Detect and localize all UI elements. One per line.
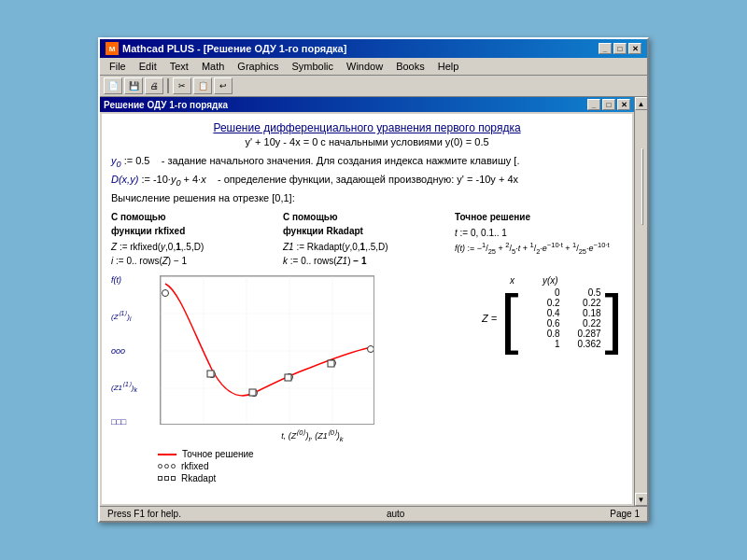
- menu-window[interactable]: Window: [341, 60, 388, 73]
- toolbar: 📄 💾 🖨 ✂ 📋 ↩: [100, 76, 647, 97]
- matrix-cell: 0.18: [564, 308, 601, 318]
- toolbar-btn-6[interactable]: ↩: [214, 77, 233, 94]
- col2-header: С помощьюфункции Rkadapt: [283, 210, 451, 238]
- section-col-1: С помощьюфункции rkfixed Z := rkfixed(y,…: [111, 210, 279, 268]
- main-scroll: Решение ОДУ 1-го порядка _ □ ✕ Решение д…: [100, 97, 634, 506]
- col3-header: Точное решение: [455, 210, 623, 224]
- math-line-1: y0 := 0.5 - задание начального значения.…: [111, 154, 623, 171]
- scroll-up-button[interactable]: ▲: [635, 97, 648, 110]
- y-label-dots: ooo: [111, 346, 156, 356]
- legend-rkfixed: rkfixed: [158, 461, 467, 471]
- toolbar-btn-4[interactable]: ✂: [173, 77, 191, 94]
- close-button[interactable]: ✕: [628, 43, 641, 54]
- matrix-cell: 0.8: [523, 329, 560, 339]
- vertical-scrollbar[interactable]: ▲ ▼: [634, 97, 647, 506]
- scroll-thumb[interactable]: [641, 148, 643, 225]
- menu-file[interactable]: File: [104, 60, 132, 73]
- status-help: Press F1 for help.: [107, 509, 181, 519]
- section-col-3: Точное решение t := 0, 0.1.. 1 f(t) := −…: [455, 210, 623, 268]
- col1-line2: i := 0.. rows(Z) − 1: [111, 254, 279, 268]
- matrix-label: Z =: [482, 313, 497, 324]
- y-label-ft: f(t): [111, 275, 156, 285]
- legend: Точное решение rkfixed: [111, 447, 467, 485]
- right-bracket-icon: ]: [605, 291, 623, 347]
- matrix-cell: 0.22: [564, 298, 601, 308]
- status-bar: Press F1 for help. auto Page 1: [100, 506, 647, 521]
- title-bar: M Mathcad PLUS - [Решение ОДУ 1-го поряд…: [100, 39, 647, 58]
- toolbar-btn-1[interactable]: 📄: [104, 77, 122, 94]
- title-bar-buttons: _ □ ✕: [599, 43, 641, 54]
- matrix-cell: 0.4: [523, 308, 560, 318]
- inner-title-buttons: _ □ ✕: [587, 99, 630, 110]
- scroll-down-button[interactable]: ▼: [635, 493, 648, 506]
- main-window: M Mathcad PLUS - [Решение ОДУ 1-го поряд…: [98, 37, 649, 523]
- doc-subtitle: y' + 10y - 4x = 0 с начальными условиями…: [111, 136, 623, 147]
- main-content-area: f(t) (Z⟨1⟩)i ooo (Z1⟨1⟩)k □□□: [111, 275, 623, 497]
- chart-with-yaxis: f(t) (Z⟨1⟩)i ooo (Z1⟨1⟩)k □□□: [111, 275, 467, 427]
- svg-rect-0: [161, 276, 374, 425]
- col2-line2: k := 0.. rows(Z1) − 1: [283, 254, 451, 268]
- col3-line2: f(t) := −1/25 + 2/5·t + 1/2·e−10·t + 1/2…: [455, 240, 623, 257]
- legend-exact-label: Точное решение: [182, 449, 254, 459]
- matrix-header-y: y(x): [543, 275, 558, 286]
- math-line-3: Вычисление решения на отрезке [0,1]:: [111, 191, 623, 205]
- y-label-squares: □□□: [111, 417, 156, 427]
- toolbar-btn-2[interactable]: 💾: [124, 77, 143, 94]
- svg-rect-17: [328, 360, 334, 367]
- matrix-cell: 0.2: [523, 298, 560, 308]
- inner-window-title: Решение ОДУ 1-го порядка: [104, 100, 228, 110]
- inner-maximize-button[interactable]: □: [602, 99, 615, 110]
- col1-header: С помощьюфункции rkfixed: [111, 210, 279, 238]
- menu-books[interactable]: Books: [390, 60, 430, 73]
- title-bar-left: M Mathcad PLUS - [Решение ОДУ 1-го поряд…: [106, 42, 346, 55]
- matrix-cell: 0.6: [523, 318, 560, 329]
- y-label-z1i: (Z⟨1⟩)i: [111, 310, 156, 322]
- svg-point-8: [162, 290, 169, 297]
- inner-minimize-button[interactable]: _: [587, 99, 600, 110]
- document-content: Решение дифференциального уравнения перв…: [102, 114, 632, 504]
- menu-help[interactable]: Help: [432, 60, 465, 73]
- inner-title-bar: Решение ОДУ 1-го порядка _ □ ✕: [100, 97, 634, 112]
- menu-text[interactable]: Text: [164, 60, 194, 73]
- x-axis-label: t, (Z⟨0⟩)i, (Z1⟨0⟩)k: [111, 428, 467, 443]
- matrix-section: x y(x) Z = [ 00.50.20.220.40.180.60.220.…: [482, 275, 623, 497]
- chart-section: f(t) (Z⟨1⟩)i ooo (Z1⟨1⟩)k □□□: [111, 275, 467, 497]
- toolbar-btn-3[interactable]: 🖨: [145, 77, 163, 94]
- svg-rect-15: [249, 389, 256, 396]
- inner-close-button[interactable]: ✕: [617, 99, 630, 110]
- menu-graphics[interactable]: Graphics: [232, 60, 284, 73]
- matrix-cell: 1: [523, 339, 560, 349]
- matrix-cell: 0.22: [564, 318, 601, 329]
- status-mode: auto: [387, 509, 404, 519]
- legend-circles-icon: [158, 464, 176, 469]
- doc-main-title: Решение дифференциального уравнения перв…: [111, 121, 623, 134]
- legend-exact: Точное решение: [158, 449, 467, 459]
- matrix-cell: 0.5: [564, 287, 601, 298]
- menu-edit[interactable]: Edit: [134, 60, 162, 73]
- matrix-cell: 0.362: [564, 339, 601, 349]
- section-grid: С помощьюфункции rkfixed Z := rkfixed(y,…: [111, 210, 623, 268]
- matrix-cell: 0.287: [564, 329, 601, 339]
- svg-rect-16: [285, 374, 291, 381]
- svg-rect-14: [207, 371, 214, 377]
- minimize-button[interactable]: _: [599, 43, 612, 54]
- svg-point-13: [368, 346, 374, 353]
- chart-canvas: [160, 275, 374, 427]
- y-axis-labels: f(t) (Z⟨1⟩)i ooo (Z1⟨1⟩)k □□□: [111, 275, 158, 427]
- section-col-2: С помощьюфункции Rkadapt Z1 := Rkadapt(y…: [283, 210, 451, 268]
- math-line-2: D(x,y) := -10·y0 + 4·x - определение фун…: [111, 173, 623, 189]
- col3-line1: t := 0, 0.1.. 1: [455, 226, 623, 240]
- legend-rkadapt-label: Rkadapt: [181, 473, 216, 483]
- menu-math[interactable]: Math: [196, 60, 230, 73]
- col2-line1: Z1 := Rkadapt(y,0,1,.5,D): [283, 240, 451, 254]
- legend-rkadapt: Rkadapt: [158, 473, 467, 483]
- legend-line-icon: [158, 454, 176, 455]
- matrix-cell: 0: [523, 287, 560, 298]
- inner-content: Решение ОДУ 1-го порядка _ □ ✕ Решение д…: [100, 97, 647, 506]
- menu-bar: File Edit Text Math Graphics Symbolic Wi…: [100, 58, 647, 76]
- maximize-button[interactable]: □: [613, 43, 627, 54]
- toolbar-btn-5[interactable]: 📋: [193, 77, 212, 94]
- menu-symbolic[interactable]: Symbolic: [286, 60, 339, 73]
- window-title: Mathcad PLUS - [Решение ОДУ 1-го порядка…: [122, 43, 346, 54]
- matrix-data: 00.50.20.220.40.180.60.220.80.28710.362: [519, 287, 605, 349]
